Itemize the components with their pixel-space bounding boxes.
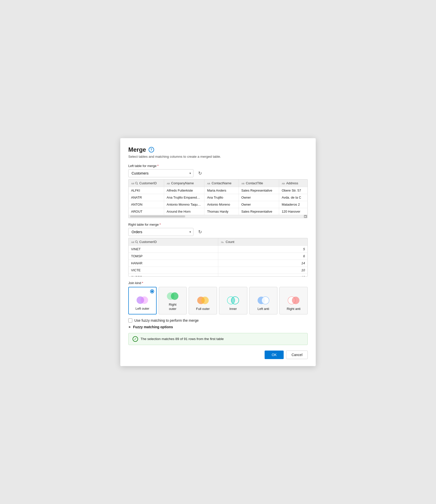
merge-dialog: Merge ? Select tables and matching colum… <box>120 138 316 366</box>
venn-left-anti-icon <box>257 296 270 305</box>
join-option-right-outer-label: Rightouter <box>169 303 176 311</box>
dialog-subtitle: Select tables and matching columns to cr… <box>128 155 308 158</box>
table-row[interactable]: ANATR Ana Trujillo Emparedados y helados… <box>129 194 307 201</box>
venn-left-outer-icon <box>136 296 149 305</box>
join-option-full-outer[interactable]: Full outer <box>189 287 217 314</box>
table-row[interactable]: VINET 5 <box>129 245 307 253</box>
venn-right-outer-icon <box>166 292 179 301</box>
join-option-right-anti-label: Right anti <box>287 307 300 311</box>
table-row[interactable]: ANTON Antonio Moreno Taquería Antonio Mo… <box>129 201 307 208</box>
cancel-button[interactable]: Cancel <box>286 351 308 359</box>
orders-table: ABC CustomerID 1²₃ Count <box>129 238 307 276</box>
orders-col-customerid[interactable]: ABC CustomerID <box>129 238 218 246</box>
left-table-label: Left table for merge* <box>128 164 308 168</box>
join-option-inner-label: Inner <box>230 307 237 311</box>
help-icon[interactable]: ? <box>149 147 154 152</box>
venn-full-outer-icon <box>196 296 209 305</box>
join-option-right-anti[interactable]: Right anti <box>279 287 308 314</box>
join-option-inner[interactable]: Inner <box>219 287 247 314</box>
fuzzy-matching-label: Use fuzzy matching to perform the merge <box>134 318 199 322</box>
right-table-select-wrapper: Orders ▾ <box>128 228 193 236</box>
table-row[interactable]: VICTE 10 <box>129 267 307 274</box>
fuzzy-matching-row: Use fuzzy matching to perform the merge <box>128 318 308 322</box>
join-option-left-anti[interactable]: Left anti <box>249 287 278 314</box>
customers-table-body: ALFKI Alfreds Futterkiste Maria Anders S… <box>129 187 307 215</box>
table-row[interactable]: AROUT Around the Horn Thomas Hardy Sales… <box>129 208 307 215</box>
radio-left-outer <box>150 289 154 293</box>
join-kind-label: Join kind* <box>128 281 308 285</box>
svg-point-1 <box>135 182 137 184</box>
dialog-title: Merge <box>128 146 146 153</box>
join-kind-grid: Left outer Rightouter Full outer <box>128 287 308 314</box>
join-option-left-outer-label: Left outer <box>136 307 149 311</box>
svg-point-14 <box>171 292 178 300</box>
svg-text:ABC: ABC <box>131 182 134 185</box>
svg-line-9 <box>137 242 138 243</box>
orders-table-container: ABC CustomerID 1²₃ Count <box>128 238 308 277</box>
ok-button[interactable]: OK <box>265 351 284 359</box>
match-info-text: The selection matches 89 of 91 rows from… <box>141 337 224 341</box>
customers-col-contactname[interactable]: ABC ContactName <box>204 180 239 187</box>
svg-text:ABC: ABC <box>131 241 134 243</box>
customers-table-container: ABC CustomerID ABC CompanyName <box>128 179 308 218</box>
svg-point-8 <box>135 241 137 243</box>
svg-text:ABC: ABC <box>167 182 170 185</box>
table-row[interactable]: ALFKI Alfreds Futterkiste Maria Anders S… <box>129 187 307 194</box>
customers-col-address[interactable]: ABC Address <box>279 180 307 187</box>
right-table-label: Right table for merge* <box>128 223 308 226</box>
join-option-left-outer[interactable]: Left outer <box>128 287 157 314</box>
match-info-bar: ✓ The selection matches 89 of 91 rows fr… <box>128 333 308 345</box>
left-table-select[interactable]: Customers <box>128 169 193 177</box>
table-row[interactable]: SUPRD 12 <box>129 274 307 276</box>
match-check-icon: ✓ <box>133 336 138 342</box>
dialog-footer: OK Cancel <box>128 351 308 359</box>
svg-point-16 <box>201 297 209 304</box>
venn-inner-icon <box>227 296 240 305</box>
join-option-full-outer-label: Full outer <box>196 307 210 311</box>
table-row[interactable]: HANAR 14 <box>129 260 307 267</box>
left-table-select-wrapper: Customers ▾ <box>128 169 193 177</box>
fuzzy-expand-chevron-icon: ► <box>128 325 132 329</box>
svg-text:1²₃: 1²₃ <box>221 241 224 243</box>
svg-point-12 <box>141 296 148 304</box>
customers-hscrollbar[interactable]: ▶ <box>129 215 307 218</box>
svg-text:ABC: ABC <box>241 182 245 185</box>
table-row[interactable]: TOMSP 6 <box>129 253 307 260</box>
left-table-refresh-button[interactable]: ↻ <box>196 169 204 177</box>
join-option-right-outer[interactable]: Rightouter <box>159 287 187 314</box>
orders-table-body: VINET 5 TOMSP 6 HANAR 14 VICTE 10 <box>129 245 307 276</box>
right-table-select[interactable]: Orders <box>128 228 193 236</box>
customers-col-companyname[interactable]: ABC CompanyName <box>164 180 204 187</box>
fuzzy-expand-label: Fuzzy matching options <box>133 325 173 329</box>
svg-text:ABC: ABC <box>282 182 285 185</box>
svg-line-2 <box>137 184 138 185</box>
customers-col-contacttitle[interactable]: ABC ContactTitle <box>239 180 279 187</box>
svg-point-26 <box>292 297 299 304</box>
svg-text:ABC: ABC <box>207 182 210 185</box>
fuzzy-matching-checkbox[interactable] <box>128 318 132 322</box>
customers-col-customerid[interactable]: ABC CustomerID <box>129 180 164 187</box>
join-option-left-anti-label: Left anti <box>258 307 269 311</box>
right-table-refresh-button[interactable]: ↻ <box>196 228 204 236</box>
fuzzy-expand-button[interactable]: ► Fuzzy matching options <box>128 325 308 329</box>
customers-table: ABC CustomerID ABC CompanyName <box>129 180 307 215</box>
orders-col-count[interactable]: 1²₃ Count <box>218 238 307 246</box>
venn-right-anti-icon <box>287 296 300 305</box>
